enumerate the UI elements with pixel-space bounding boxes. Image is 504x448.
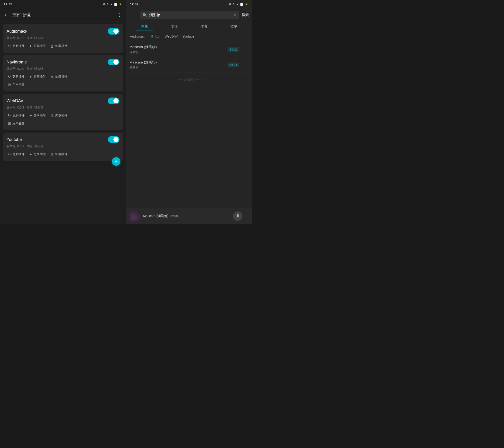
source-badge-1: 音悦台 [228, 47, 239, 52]
user-variable-navidrome[interactable]: ⊠ 用户变量 [6, 82, 120, 88]
share-plugin-navidrome[interactable]: ➤ 分享插件 [28, 74, 47, 80]
source-tabs: Audioma... 音悦台 WebDAV Youtube [126, 31, 252, 42]
share-plugin-webdav[interactable]: ➤ 分享插件 [28, 112, 47, 119]
signal-icon-right [240, 2, 244, 6]
text-icon-left: A [107, 2, 108, 6]
plugin-card-navidrome: Navidrome 版本号: 0.0.0 作者: 猫头猫 ↻ 更新插件 ➤ 分享… [3, 55, 123, 91]
update-plugin-audiomack[interactable]: ↻ 更新插件 [6, 43, 26, 49]
result-item-2: Mascara (烟熏妆) 邓紫棋 音悦台 ⋮ [129, 57, 249, 73]
variable-icon-webdav: ⊠ [8, 121, 11, 125]
result-title-1: Mascara (烟熏妆) [129, 45, 228, 49]
share-icon-youtube: ➤ [29, 152, 32, 156]
share-plugin-youtube[interactable]: ➤ 分享插件 [28, 151, 47, 157]
player-thumbnail [129, 211, 140, 221]
results-list: Mascara (烟熏妆) 邓紫棋 音悦台 ⋮ Mascara (烟熏妆) 邓紫… [126, 42, 252, 208]
update-icon: ↻ [8, 44, 11, 48]
battery-icon-left [119, 2, 122, 6]
plugin-name-audiomack: Audiomack [6, 29, 27, 34]
back-button-left[interactable]: ← [4, 12, 9, 18]
plugin-meta-webdav: 版本号: 0.0.2 作者: 猫头猫 [6, 106, 120, 110]
plus-icon: + [115, 159, 118, 164]
toggle-navidrome[interactable] [108, 59, 120, 65]
back-button-right[interactable]: ← [129, 12, 135, 18]
toggle-webdav[interactable] [108, 98, 120, 104]
tab-albums[interactable]: 专辑 [159, 21, 189, 31]
plugin-meta-audiomack: 版本号: 0.0.2 作者: 猫头猫 [6, 36, 120, 40]
plugin-list: Audiomack 版本号: 0.0.2 作者: 猫头猫 ↻ 更新插件 ➤ 分享… [0, 21, 126, 224]
share-icon-navidrome: ➤ [29, 75, 32, 79]
search-icon: 🔍 [143, 13, 147, 17]
plugin-card-youtube: Youtube 版本号: 0.0.1 作者: 猫头猫 ↻ 更新插件 ➤ 分享插件… [3, 133, 123, 161]
text-icon-right: A [233, 2, 234, 6]
uninstall-plugin-audiomack[interactable]: 🗑 卸载插件 [49, 43, 69, 49]
more-button-left[interactable]: ⋮ [117, 12, 122, 18]
player-info: Mascara (烟熏妆) -邓紫棋 [143, 214, 230, 218]
tab-singles[interactable]: 单曲 [129, 21, 159, 31]
page-title-left: 插件管理 [12, 12, 117, 18]
time-left: 12:31 [4, 2, 12, 6]
uninstall-plugin-webdav[interactable]: 🗑 卸载插件 [49, 112, 69, 119]
image-icon-left: 🖼 [102, 2, 105, 6]
plugin-actions-youtube: ↻ 更新插件 ➤ 分享插件 🗑 卸载插件 [6, 151, 120, 157]
more-button-result-1[interactable]: ⋮ [241, 46, 249, 53]
delete-icon: 🗑 [50, 44, 54, 48]
user-variable-webdav[interactable]: ⊠ 用户变量 [6, 120, 120, 126]
plugin-header-navidrome: Navidrome [6, 59, 120, 65]
player-thumb-art [129, 211, 140, 221]
update-icon-navidrome: ↻ [8, 75, 11, 79]
source-tab-audiomack[interactable]: Audioma... [129, 34, 146, 40]
toggle-youtube[interactable] [108, 136, 120, 143]
source-tab-youtube[interactable]: Youtube [182, 34, 195, 40]
result-info-1: Mascara (烟熏妆) 邓紫棋 [129, 45, 228, 54]
play-pause-button[interactable]: ⏸ [233, 211, 242, 221]
pause-icon: ⏸ [236, 214, 240, 218]
source-badge-2: 音悦台 [228, 63, 239, 67]
variable-icon-navidrome: ⊠ [8, 83, 11, 87]
result-title-2: Mascara (烟熏妆) [129, 60, 228, 65]
plugin-card-webdav: WebDAV 版本号: 0.0.2 作者: 猫头猫 ↻ 更新插件 ➤ 分享插件 … [3, 94, 123, 130]
delete-icon-webdav: 🗑 [50, 114, 54, 118]
share-icon-webdav: ➤ [29, 113, 32, 118]
result-right-1: 音悦台 ⋮ [228, 46, 249, 53]
plugin-header-webdav: WebDAV [6, 98, 120, 104]
delete-icon-navidrome: 🗑 [50, 75, 54, 79]
clear-icon[interactable]: ✕ [234, 12, 237, 18]
left-panel: 12:31 🖼 A ← 插件管理 ⋮ Audiomack 版本号: 0.0.2 … [0, 0, 126, 224]
image-icon-right: 🖼 [228, 2, 231, 6]
update-plugin-navidrome[interactable]: ↻ 更新插件 [6, 74, 26, 80]
plugin-header-youtube: Youtube [6, 136, 120, 143]
status-bar-left: 12:31 🖼 A [0, 0, 126, 8]
time-right: 12:32 [130, 2, 138, 6]
plugin-meta-youtube: 版本号: 0.0.1 作者: 猫头猫 [6, 144, 120, 148]
tab-playlists[interactable]: 歌单 [219, 21, 249, 31]
plugin-name-webdav: WebDAV [6, 98, 23, 103]
status-bar-right: 12:32 🖼 A [126, 0, 252, 8]
uninstall-plugin-youtube[interactable]: 🗑 卸载插件 [49, 151, 69, 157]
delete-icon-youtube: 🗑 [50, 152, 54, 156]
update-plugin-youtube[interactable]: ↻ 更新插件 [6, 151, 26, 157]
source-tab-yinyuetai[interactable]: 音悦台 [150, 34, 161, 40]
result-artist-2: 邓紫棋 [129, 66, 228, 70]
share-plugin-audiomack[interactable]: ➤ 分享插件 [28, 43, 47, 49]
player-controls: ⏸ ≡ [233, 211, 249, 221]
update-plugin-webdav[interactable]: ↻ 更新插件 [6, 112, 26, 119]
player-title: Mascara (烟熏妆) -邓紫棋 [143, 214, 230, 218]
more-button-result-2[interactable]: ⋮ [241, 62, 249, 68]
result-right-2: 音悦台 ⋮ [228, 62, 249, 68]
plugin-header-audiomack: Audiomack [6, 28, 120, 35]
end-text: ~~~ 到底啦 ~~~ [129, 73, 249, 86]
toggle-audiomack[interactable] [108, 28, 120, 35]
search-input[interactable] [149, 13, 232, 17]
plugin-meta-navidrome: 版本号: 0.0.0 作者: 猫头猫 [6, 67, 120, 71]
result-item-1: Mascara (烟熏妆) 邓紫棋 音悦台 ⋮ [129, 42, 249, 57]
tabs-row: 单曲 专辑 作者 歌单 [126, 21, 252, 31]
signal-icon-left [114, 2, 118, 6]
result-artist-1: 邓紫棋 [129, 50, 228, 54]
uninstall-plugin-navidrome[interactable]: 🗑 卸载插件 [49, 74, 69, 80]
playlist-button[interactable]: ≡ [246, 213, 249, 219]
fab-add-button[interactable]: + [112, 157, 120, 166]
search-confirm-button[interactable]: 搜索 [242, 13, 249, 17]
plugin-name-youtube: Youtube [6, 137, 22, 142]
tab-artists[interactable]: 作者 [189, 21, 219, 31]
source-tab-webdav[interactable]: WebDAV [164, 34, 178, 40]
